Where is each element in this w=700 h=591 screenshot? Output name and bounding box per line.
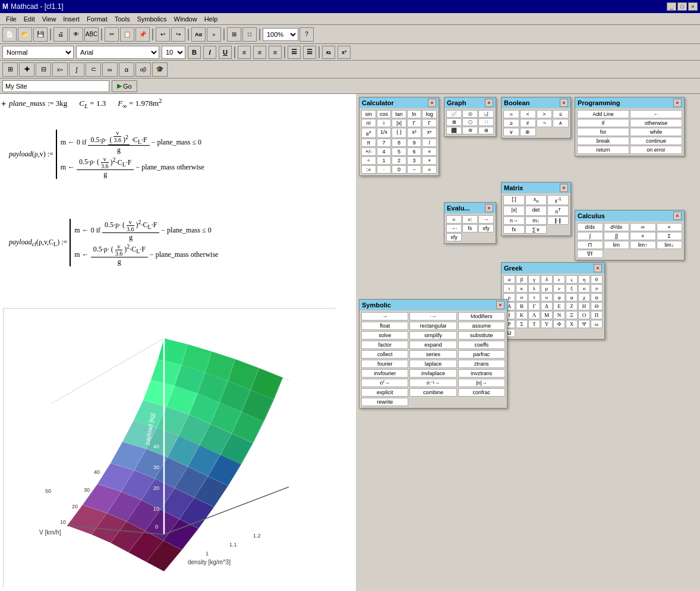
copy-button[interactable]: 📋	[120, 27, 134, 42]
sym-nabsarrow[interactable]: |n|→	[458, 379, 505, 387]
calc-ex[interactable]: ex	[361, 128, 376, 138]
greek-delta[interactable]: δ	[541, 275, 553, 284]
spell-button[interactable]: ABC	[84, 27, 99, 42]
sym-expand[interactable]: expand	[409, 341, 456, 349]
prog-return[interactable]: return	[577, 146, 629, 154]
insert-equation[interactable]: =	[207, 27, 221, 42]
calc-parens[interactable]: ( )	[392, 128, 406, 138]
calc-integ[interactable]: ∫	[577, 232, 603, 240]
greek-TAU[interactable]: Τ	[528, 320, 540, 328]
mat-insert[interactable]: [:]	[503, 195, 525, 205]
calc-cross2[interactable]: ×	[630, 232, 656, 240]
greek-MU[interactable]: Μ	[541, 311, 553, 319]
greek-iota[interactable]: ι	[503, 284, 515, 293]
bool-or[interactable]: ∨	[503, 128, 519, 136]
prog-addline[interactable]: Add Line	[577, 110, 629, 118]
greek-epsilon[interactable]: ε	[553, 275, 565, 284]
menu-tools[interactable]: Tools	[111, 15, 134, 23]
prog-assign[interactable]: ←	[630, 110, 682, 118]
help-btn[interactable]: ?	[299, 27, 314, 42]
menu-insert[interactable]: Insert	[59, 15, 83, 23]
calc-sin[interactable]: sin	[361, 110, 376, 118]
print-button[interactable]: 🖨	[53, 27, 68, 42]
greek-phi[interactable]: φ	[553, 293, 565, 301]
sym-invfourier[interactable]: invfourier	[361, 369, 408, 378]
save-button[interactable]: 💾	[33, 27, 48, 42]
graph-contour[interactable]: ⊠	[446, 118, 462, 126]
calc-abs[interactable]: |x|	[392, 119, 406, 127]
maximize-button[interactable]: □	[677, 2, 687, 11]
evaluate-close[interactable]: ×	[485, 204, 493, 212]
subscript[interactable]: x₂	[322, 46, 335, 59]
greek-LAMBDA[interactable]: Λ	[528, 311, 540, 319]
undo-button[interactable]: ↩	[156, 27, 170, 42]
greek-chi[interactable]: χ	[578, 293, 590, 301]
sym-rectangular[interactable]: rectangular	[409, 322, 456, 330]
mat-subscript[interactable]: xn	[525, 195, 547, 205]
calc-limd[interactable]: lim↓	[657, 241, 683, 249]
superscript[interactable]: x²	[338, 46, 351, 59]
greek-xi[interactable]: ξ	[566, 284, 578, 293]
preview-button[interactable]: 👁	[69, 27, 83, 42]
calc-gamma[interactable]: Γ	[407, 119, 422, 127]
menu-format[interactable]: Format	[83, 15, 111, 23]
sym-invztrans[interactable]: invztrans	[458, 369, 505, 378]
greek-header[interactable]: Greek ×	[502, 263, 604, 274]
sym-solve[interactable]: solve	[361, 331, 408, 339]
bold-button[interactable]: B	[188, 46, 201, 59]
programming-close[interactable]: ×	[673, 99, 682, 107]
mat-det[interactable]: det	[525, 206, 547, 216]
graph-3d[interactable]: ⬛	[446, 127, 462, 134]
calc-1[interactable]: 1	[377, 156, 392, 165]
calc-pm[interactable]: +/-	[361, 147, 376, 156]
style-dropdown[interactable]: Normal	[2, 46, 74, 59]
bool-neq[interactable]: ≠	[520, 119, 536, 127]
sym-series[interactable]: series	[409, 350, 456, 359]
calc-tan[interactable]: tan	[392, 110, 406, 118]
symbolic-close[interactable]: ×	[496, 301, 504, 309]
mat-abs[interactable]: |x|	[503, 206, 525, 216]
greek-tau[interactable]: τ	[528, 293, 540, 301]
calc-8[interactable]: 8	[392, 139, 406, 147]
align-left[interactable]: ≡	[238, 46, 251, 59]
calc-0[interactable]: 0	[392, 165, 406, 174]
greek-ETA[interactable]: Η	[578, 302, 590, 310]
calc-5[interactable]: 5	[392, 147, 406, 156]
cut-button[interactable]: ✂	[105, 27, 119, 42]
sym-confrac[interactable]: confrac	[458, 388, 505, 397]
greek-GAMMA[interactable]: Γ	[528, 302, 540, 310]
close-button[interactable]: ×	[688, 2, 698, 11]
calc-log[interactable]: log	[422, 110, 437, 118]
sym-toolbar-btn[interactable]: αβ	[135, 62, 151, 77]
greek-PI[interactable]: Π	[591, 311, 603, 319]
greek-OMICRON[interactable]: Ο	[578, 311, 590, 319]
evaluate-header[interactable]: Evalu... ×	[444, 203, 496, 213]
sym-modifiers[interactable]: Modifiers	[458, 312, 505, 320]
calc-9[interactable]: 9	[407, 139, 422, 147]
eval-arrow[interactable]: →	[478, 215, 494, 224]
calculus-header[interactable]: Calculus ×	[575, 210, 684, 221]
calc-cos[interactable]: cos	[377, 110, 392, 118]
menu-window[interactable]: Window	[171, 15, 201, 23]
calculus-close[interactable]: ×	[673, 212, 682, 220]
mat-cross[interactable]: n→	[503, 216, 525, 225]
sym-arrow[interactable]: →	[361, 312, 408, 320]
graph-toolbar-btn[interactable]: ✚	[19, 62, 34, 77]
matrix-header[interactable]: Matrix ×	[502, 183, 570, 193]
greek-ZETA[interactable]: Ζ	[566, 302, 578, 310]
bool-lte[interactable]: ≤	[553, 110, 569, 118]
graph-data[interactable]: ⊞	[478, 127, 494, 134]
calc-nfact[interactable]: n!	[361, 119, 376, 127]
calc-3[interactable]: 3	[407, 156, 422, 165]
greek-DELTA[interactable]: Δ	[541, 302, 553, 310]
mat-transpose[interactable]: nT	[547, 206, 569, 216]
sym-explicit[interactable]: explicit	[361, 388, 408, 397]
greek-alpha[interactable]: α	[503, 275, 515, 284]
bool-xor[interactable]: ⊕	[520, 128, 536, 136]
sym-float[interactable]: float	[361, 322, 408, 330]
text-btn[interactable]: Aα	[191, 27, 206, 42]
list-ordered[interactable]: ☰	[303, 46, 316, 59]
greek-phi2[interactable]: φ	[566, 293, 578, 301]
menu-help[interactable]: Help	[201, 15, 222, 23]
calc-plus[interactable]: +	[422, 156, 437, 165]
